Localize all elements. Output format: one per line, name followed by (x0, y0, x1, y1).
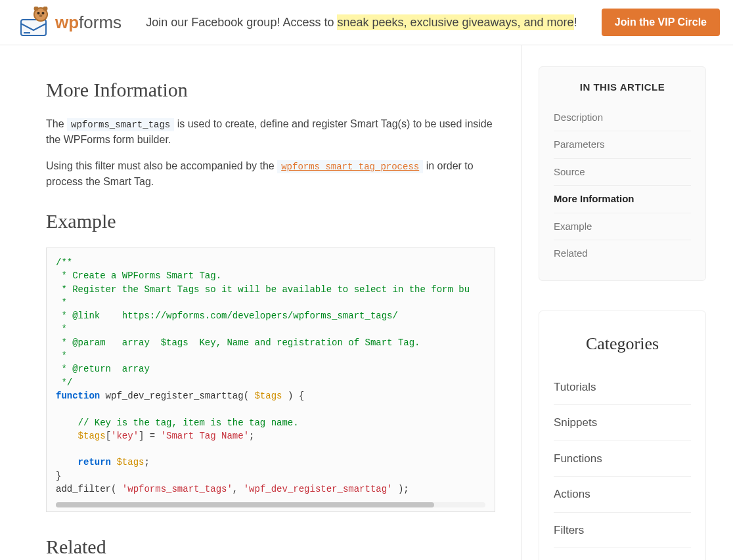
toc-item-parameters[interactable]: Parameters (554, 131, 691, 159)
heading-more-information: More Information (46, 75, 495, 104)
promo-post-text: ! (574, 16, 577, 29)
more-info-p2: Using this filter must also be accompani… (46, 158, 495, 190)
category-item-tutorials[interactable]: Tutorials (554, 370, 691, 406)
sidebar: IN THIS ARTICLE Description Parameters S… (522, 45, 722, 560)
category-item-snippets[interactable]: Snippets (554, 405, 691, 441)
toc-list: Description Parameters Source More Infor… (539, 104, 705, 267)
categories-title: Categories (554, 331, 691, 356)
site-header: wpforms Join our Facebook group! Access … (0, 0, 733, 45)
promo-highlight: sneak peeks, exclusive giveaways, and mo… (337, 14, 573, 30)
more-info-p1: The wpforms_smart_tags is used to create… (46, 116, 495, 148)
toc-item-example[interactable]: Example (554, 213, 691, 241)
heading-related: Related (46, 532, 495, 560)
promo-banner[interactable]: Join our Facebook group! Access to sneak… (146, 14, 577, 32)
svg-point-6 (39, 14, 43, 17)
categories-list: Tutorials Snippets Functions Actions Fil… (554, 370, 691, 561)
code-example-block: /** * Create a WPForms Smart Tag. * Regi… (46, 248, 495, 512)
toc-title: IN THIS ARTICLE (539, 80, 705, 95)
categories-box: Categories Tutorials Snippets Functions … (539, 311, 706, 561)
category-item-filters[interactable]: Filters (554, 513, 691, 549)
site-logo[interactable]: wpforms (13, 7, 122, 38)
svg-point-4 (37, 12, 40, 14)
toc-item-source[interactable]: Source (554, 159, 691, 186)
toc-item-more-information[interactable]: More Information (554, 186, 691, 213)
promo-pre-text: Join our Facebook group! Access to (146, 16, 337, 29)
join-vip-button[interactable]: Join the VIP Circle (602, 9, 720, 36)
toc-box: IN THIS ARTICLE Description Parameters S… (539, 66, 706, 281)
category-item-classes[interactable]: Classes (554, 548, 691, 560)
code-link-smart-tag-process[interactable]: wpforms_smart_tag_process (277, 160, 423, 173)
heading-example: Example (46, 206, 495, 236)
wpforms-logo-icon (13, 7, 54, 38)
toc-item-description[interactable]: Description (554, 104, 691, 132)
logo-text: wpforms (55, 10, 122, 35)
svg-point-5 (42, 12, 45, 14)
article-content: More Information The wpforms_smart_tags … (0, 45, 522, 560)
category-item-actions[interactable]: Actions (554, 477, 691, 513)
code-horizontal-scrollbar[interactable] (56, 502, 485, 507)
category-item-functions[interactable]: Functions (554, 441, 691, 477)
code-pre: /** * Create a WPForms Smart Tag. * Regi… (56, 256, 485, 496)
code-wpforms-smart-tags: wpforms_smart_tags (67, 118, 174, 131)
toc-item-related[interactable]: Related (554, 240, 691, 267)
scrollbar-thumb[interactable] (56, 502, 434, 507)
